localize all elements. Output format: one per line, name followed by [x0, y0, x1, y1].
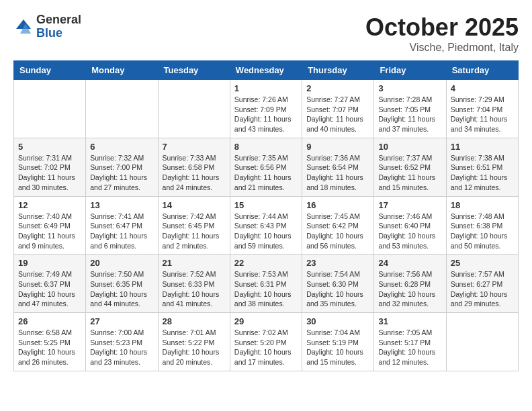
day-number: 18 — [451, 200, 514, 210]
header-day-tuesday: Tuesday — [158, 61, 230, 80]
day-info: Sunrise: 7:00 AM Sunset: 5:23 PM Dayligh… — [90, 328, 153, 367]
day-cell: 13Sunrise: 7:41 AM Sunset: 6:47 PM Dayli… — [86, 196, 158, 255]
day-number: 1 — [234, 83, 298, 93]
calendar-body: 1Sunrise: 7:26 AM Sunset: 7:09 PM Daylig… — [14, 80, 519, 371]
day-number: 27 — [90, 316, 153, 326]
day-info: Sunrise: 7:40 AM Sunset: 6:49 PM Dayligh… — [18, 212, 81, 251]
header-day-wednesday: Wednesday — [230, 61, 302, 80]
day-number: 26 — [18, 316, 81, 326]
day-info: Sunrise: 7:28 AM Sunset: 7:05 PM Dayligh… — [378, 95, 441, 134]
day-info: Sunrise: 7:38 AM Sunset: 6:51 PM Dayligh… — [451, 153, 514, 193]
day-cell: 28Sunrise: 7:01 AM Sunset: 5:22 PM Dayli… — [158, 313, 230, 371]
day-number: 15 — [234, 200, 298, 210]
calendar-header: SundayMondayTuesdayWednesdayThursdayFrid… — [14, 61, 519, 80]
day-number: 25 — [451, 258, 514, 268]
day-number: 3 — [378, 83, 441, 93]
day-number: 28 — [163, 316, 226, 326]
day-cell: 15Sunrise: 7:44 AM Sunset: 6:43 PM Dayli… — [230, 196, 302, 255]
day-info: Sunrise: 7:54 AM Sunset: 6:30 PM Dayligh… — [306, 269, 369, 309]
day-number: 5 — [18, 142, 81, 152]
day-cell: 6Sunrise: 7:32 AM Sunset: 7:00 PM Daylig… — [86, 138, 158, 196]
day-number: 16 — [306, 200, 369, 210]
day-info: Sunrise: 7:29 AM Sunset: 7:04 PM Dayligh… — [451, 95, 514, 134]
header-day-thursday: Thursday — [302, 61, 374, 80]
day-cell: 19Sunrise: 7:49 AM Sunset: 6:37 PM Dayli… — [14, 255, 86, 313]
day-number: 9 — [306, 142, 369, 152]
day-info: Sunrise: 7:02 AM Sunset: 5:20 PM Dayligh… — [234, 328, 298, 367]
day-number: 13 — [90, 200, 153, 210]
day-cell: 18Sunrise: 7:48 AM Sunset: 6:38 PM Dayli… — [446, 196, 518, 255]
day-number: 30 — [306, 316, 369, 326]
day-info: Sunrise: 7:57 AM Sunset: 6:27 PM Dayligh… — [451, 269, 514, 309]
day-cell — [446, 313, 518, 371]
day-number: 21 — [163, 258, 226, 268]
day-number: 31 — [378, 316, 441, 326]
day-info: Sunrise: 7:50 AM Sunset: 6:35 PM Dayligh… — [90, 269, 153, 309]
day-number: 2 — [306, 83, 369, 93]
day-info: Sunrise: 7:27 AM Sunset: 7:07 PM Dayligh… — [306, 95, 369, 134]
day-cell — [158, 80, 230, 138]
day-info: Sunrise: 7:37 AM Sunset: 6:52 PM Dayligh… — [378, 153, 441, 193]
logo: General Blue — [13, 13, 81, 40]
day-info: Sunrise: 7:52 AM Sunset: 6:33 PM Dayligh… — [163, 269, 226, 309]
day-cell: 29Sunrise: 7:02 AM Sunset: 5:20 PM Dayli… — [230, 313, 302, 371]
logo-icon — [13, 17, 34, 37]
day-number: 23 — [306, 258, 369, 268]
day-cell: 26Sunrise: 6:58 AM Sunset: 5:25 PM Dayli… — [14, 313, 86, 371]
day-cell: 25Sunrise: 7:57 AM Sunset: 6:27 PM Dayli… — [446, 255, 518, 313]
day-info: Sunrise: 7:41 AM Sunset: 6:47 PM Dayligh… — [90, 212, 153, 251]
day-number: 20 — [90, 258, 153, 268]
day-info: Sunrise: 6:58 AM Sunset: 5:25 PM Dayligh… — [18, 328, 81, 367]
week-row-1: 5Sunrise: 7:31 AM Sunset: 7:02 PM Daylig… — [14, 138, 519, 196]
month-title: October 2025 — [365, 13, 519, 42]
day-cell: 3Sunrise: 7:28 AM Sunset: 7:05 PM Daylig… — [374, 80, 446, 138]
day-cell: 5Sunrise: 7:31 AM Sunset: 7:02 PM Daylig… — [14, 138, 86, 196]
day-cell: 17Sunrise: 7:46 AM Sunset: 6:40 PM Dayli… — [374, 196, 446, 255]
day-cell: 24Sunrise: 7:56 AM Sunset: 6:28 PM Dayli… — [374, 255, 446, 313]
day-number: 24 — [378, 258, 441, 268]
day-info: Sunrise: 7:33 AM Sunset: 6:58 PM Dayligh… — [163, 153, 226, 193]
day-info: Sunrise: 7:05 AM Sunset: 5:17 PM Dayligh… — [378, 328, 441, 367]
day-info: Sunrise: 7:45 AM Sunset: 6:42 PM Dayligh… — [306, 212, 369, 251]
week-row-2: 12Sunrise: 7:40 AM Sunset: 6:49 PM Dayli… — [14, 196, 519, 255]
day-info: Sunrise: 7:53 AM Sunset: 6:31 PM Dayligh… — [234, 269, 298, 309]
day-cell — [86, 80, 158, 138]
day-number: 14 — [163, 200, 226, 210]
week-row-3: 19Sunrise: 7:49 AM Sunset: 6:37 PM Dayli… — [14, 255, 519, 313]
day-cell: 9Sunrise: 7:36 AM Sunset: 6:54 PM Daylig… — [302, 138, 374, 196]
week-row-0: 1Sunrise: 7:26 AM Sunset: 7:09 PM Daylig… — [14, 80, 519, 138]
day-number: 17 — [378, 200, 441, 210]
day-info: Sunrise: 7:35 AM Sunset: 6:56 PM Dayligh… — [234, 153, 298, 193]
day-cell: 2Sunrise: 7:27 AM Sunset: 7:07 PM Daylig… — [302, 80, 374, 138]
day-cell: 8Sunrise: 7:35 AM Sunset: 6:56 PM Daylig… — [230, 138, 302, 196]
day-info: Sunrise: 7:46 AM Sunset: 6:40 PM Dayligh… — [378, 212, 441, 251]
day-cell: 16Sunrise: 7:45 AM Sunset: 6:42 PM Dayli… — [302, 196, 374, 255]
page-header: General Blue October 2025 Vische, Piedmo… — [13, 13, 519, 54]
day-number: 8 — [234, 142, 298, 152]
day-info: Sunrise: 7:36 AM Sunset: 6:54 PM Dayligh… — [306, 153, 369, 193]
header-day-sunday: Sunday — [14, 61, 86, 80]
day-info: Sunrise: 7:44 AM Sunset: 6:43 PM Dayligh… — [234, 212, 298, 251]
day-cell: 20Sunrise: 7:50 AM Sunset: 6:35 PM Dayli… — [86, 255, 158, 313]
day-info: Sunrise: 7:04 AM Sunset: 5:19 PM Dayligh… — [306, 328, 369, 367]
day-number: 12 — [18, 200, 81, 210]
header-day-saturday: Saturday — [446, 61, 518, 80]
day-info: Sunrise: 7:48 AM Sunset: 6:38 PM Dayligh… — [451, 212, 514, 251]
week-row-4: 26Sunrise: 6:58 AM Sunset: 5:25 PM Dayli… — [14, 313, 519, 371]
day-number: 22 — [234, 258, 298, 268]
calendar-table: SundayMondayTuesdayWednesdayThursdayFrid… — [13, 60, 519, 371]
header-day-friday: Friday — [374, 61, 446, 80]
day-number: 4 — [451, 83, 514, 93]
logo-general: General — [36, 13, 81, 27]
day-cell: 11Sunrise: 7:38 AM Sunset: 6:51 PM Dayli… — [446, 138, 518, 196]
day-cell: 22Sunrise: 7:53 AM Sunset: 6:31 PM Dayli… — [230, 255, 302, 313]
title-block: October 2025 Vische, Piedmont, Italy — [365, 13, 519, 54]
header-day-monday: Monday — [86, 61, 158, 80]
day-info: Sunrise: 7:01 AM Sunset: 5:22 PM Dayligh… — [163, 328, 226, 367]
day-info: Sunrise: 7:49 AM Sunset: 6:37 PM Dayligh… — [18, 269, 81, 309]
location: Vische, Piedmont, Italy — [365, 42, 519, 54]
day-cell: 14Sunrise: 7:42 AM Sunset: 6:45 PM Dayli… — [158, 196, 230, 255]
day-number: 11 — [451, 142, 514, 152]
day-cell: 1Sunrise: 7:26 AM Sunset: 7:09 PM Daylig… — [230, 80, 302, 138]
day-cell: 30Sunrise: 7:04 AM Sunset: 5:19 PM Dayli… — [302, 313, 374, 371]
